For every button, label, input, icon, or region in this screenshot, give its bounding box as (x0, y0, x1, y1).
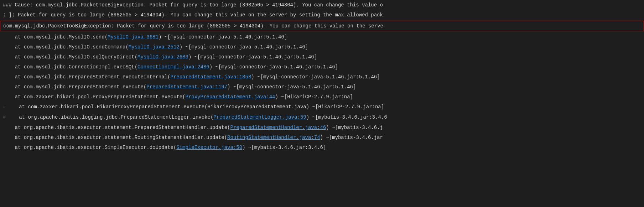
line-5: at com.mysql.jdbc.MysqlIO.sendCommand(My… (0, 42, 644, 52)
link-9[interactable]: PreparedStatement.java:1197 (146, 84, 227, 90)
console-container: ### Cause: com.mysql.jdbc.PacketTooBigEx… (0, 0, 644, 207)
expand-icon-12[interactable]: ⊞ (3, 113, 10, 123)
link-4[interactable]: MysqlIO.java:3681 (108, 34, 159, 40)
link-5[interactable]: MysqlIO.java:2512 (129, 44, 180, 50)
link-14[interactable]: RoutingStatementHandler.java:74 (227, 135, 320, 140)
line-8: at com.mysql.jdbc.PreparedStatement.exec… (0, 72, 644, 82)
line-1: ### Cause: com.mysql.jdbc.PacketTooBigEx… (0, 0, 644, 10)
line-3-highlighted-error: com.mysql.jdbc.PacketTooBigException: Pa… (0, 21, 644, 31)
line-12: ⊞ at org.apache.ibatis.logging.jdbc.Prep… (0, 112, 644, 123)
link-7[interactable]: ConnectionImpl.java:2486 (137, 64, 209, 70)
link-8[interactable]: PreparedStatement.java:1858 (170, 74, 251, 80)
expand-icon-11[interactable]: ⊞ (3, 102, 10, 112)
line-13: at org.apache.ibatis.executor.statement.… (0, 123, 644, 133)
link-13[interactable]: PreparedStatementHandler.java:46 (230, 125, 326, 130)
line-11: ⊞ at com.zaxxer.hikari.pool.HikariProxyP… (0, 102, 644, 112)
line-4: at com.mysql.jdbc.MysqlIO.send(MysqlIO.j… (0, 32, 644, 42)
line-15: at org.apache.ibatis.executor.SimpleExec… (0, 143, 644, 152)
line-6: at com.mysql.jdbc.MysqlIO.sqlQueryDirect… (0, 52, 644, 62)
line-9: at com.mysql.jdbc.PreparedStatement.exec… (0, 82, 644, 92)
link-6[interactable]: MysqlIO.java:2683 (137, 54, 188, 60)
line-14: at org.apache.ibatis.executor.statement.… (0, 133, 644, 143)
line-2: ; ]; Packet for query is too large (8982… (0, 10, 644, 20)
link-10[interactable]: ProxyPreparedStatement.java:44 (185, 94, 275, 100)
link-15[interactable]: SimpleExecutor.java:50 (176, 145, 242, 150)
link-12[interactable]: PreparedStatementLogger.java:59 (213, 114, 306, 120)
line-10: at com.zaxxer.hikari.pool.ProxyPreparedS… (0, 92, 644, 102)
line-7: at com.mysql.jdbc.ConnectionImpl.execSQL… (0, 62, 644, 72)
